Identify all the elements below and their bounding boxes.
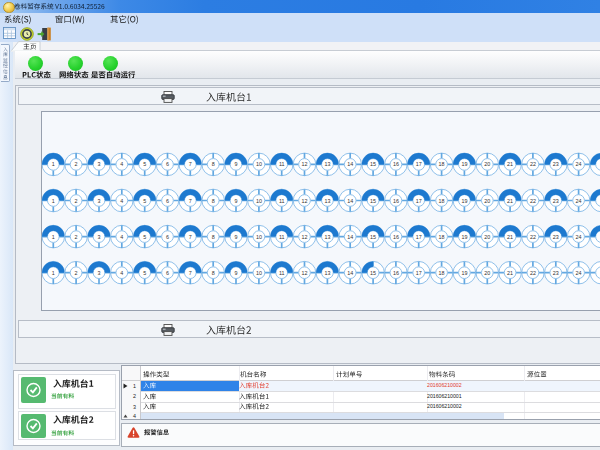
svg-text:15: 15	[370, 270, 376, 276]
svg-text:9: 9	[235, 270, 238, 276]
svg-text:23: 23	[553, 198, 559, 204]
svg-text:24: 24	[576, 198, 582, 204]
svg-text:3: 3	[98, 198, 101, 204]
svg-text:7: 7	[189, 198, 192, 204]
svg-text:18: 18	[439, 198, 445, 204]
svg-text:13: 13	[324, 161, 330, 167]
svg-text:22: 22	[530, 270, 536, 276]
svg-text:24: 24	[576, 234, 582, 240]
svg-text:17: 17	[416, 270, 422, 276]
svg-text:6: 6	[166, 198, 169, 204]
svg-text:22: 22	[530, 198, 536, 204]
svg-text:17: 17	[416, 234, 422, 240]
svg-text:1: 1	[52, 161, 55, 167]
svg-text:4: 4	[120, 161, 123, 167]
svg-text:21: 21	[507, 234, 513, 240]
svg-text:4: 4	[120, 270, 123, 276]
svg-text:12: 12	[302, 198, 308, 204]
svg-text:8: 8	[212, 198, 215, 204]
svg-text:24: 24	[576, 161, 582, 167]
svg-text:9: 9	[235, 198, 238, 204]
svg-text:13: 13	[324, 198, 330, 204]
svg-text:2: 2	[75, 198, 78, 204]
svg-text:5: 5	[143, 161, 146, 167]
svg-text:4: 4	[120, 234, 123, 240]
svg-text:1: 1	[52, 270, 55, 276]
svg-text:20: 20	[484, 234, 490, 240]
svg-text:2: 2	[75, 270, 78, 276]
svg-text:6: 6	[166, 270, 169, 276]
svg-text:16: 16	[393, 234, 399, 240]
svg-text:5: 5	[143, 270, 146, 276]
svg-text:8: 8	[212, 234, 215, 240]
svg-text:1: 1	[52, 234, 55, 240]
svg-text:11: 11	[279, 270, 285, 276]
svg-text:21: 21	[507, 198, 513, 204]
svg-text:11: 11	[279, 161, 285, 167]
svg-text:20: 20	[484, 270, 490, 276]
svg-text:10: 10	[256, 161, 262, 167]
svg-text:18: 18	[439, 161, 445, 167]
svg-text:14: 14	[347, 161, 353, 167]
svg-text:17: 17	[416, 198, 422, 204]
svg-text:23: 23	[553, 234, 559, 240]
svg-text:16: 16	[393, 161, 399, 167]
svg-text:21: 21	[507, 270, 513, 276]
svg-text:12: 12	[302, 270, 308, 276]
svg-text:4: 4	[120, 198, 123, 204]
svg-text:8: 8	[212, 161, 215, 167]
svg-text:11: 11	[279, 198, 285, 204]
svg-text:3: 3	[98, 161, 101, 167]
svg-text:10: 10	[256, 198, 262, 204]
svg-text:3: 3	[98, 234, 101, 240]
svg-text:8: 8	[212, 270, 215, 276]
svg-text:7: 7	[189, 234, 192, 240]
svg-text:17: 17	[416, 161, 422, 167]
svg-text:23: 23	[553, 270, 559, 276]
svg-text:20: 20	[484, 161, 490, 167]
svg-text:15: 15	[370, 161, 376, 167]
svg-text:10: 10	[256, 270, 262, 276]
svg-text:13: 13	[324, 270, 330, 276]
svg-text:5: 5	[143, 198, 146, 204]
svg-text:19: 19	[461, 161, 467, 167]
svg-text:15: 15	[370, 234, 376, 240]
svg-text:24: 24	[576, 270, 582, 276]
svg-text:22: 22	[530, 234, 536, 240]
svg-text:10: 10	[256, 234, 262, 240]
svg-text:7: 7	[189, 270, 192, 276]
svg-text:14: 14	[347, 270, 353, 276]
svg-text:23: 23	[553, 161, 559, 167]
svg-text:12: 12	[302, 234, 308, 240]
svg-text:5: 5	[143, 234, 146, 240]
svg-text:3: 3	[98, 270, 101, 276]
svg-text:16: 16	[393, 270, 399, 276]
svg-text:7: 7	[189, 161, 192, 167]
svg-text:6: 6	[166, 234, 169, 240]
svg-text:18: 18	[439, 234, 445, 240]
svg-text:14: 14	[347, 234, 353, 240]
svg-text:11: 11	[279, 234, 285, 240]
svg-text:19: 19	[461, 198, 467, 204]
svg-text:12: 12	[302, 161, 308, 167]
svg-text:22: 22	[530, 161, 536, 167]
svg-text:1: 1	[52, 198, 55, 204]
svg-text:20: 20	[484, 198, 490, 204]
svg-text:15: 15	[370, 198, 376, 204]
svg-text:6: 6	[166, 161, 169, 167]
svg-text:16: 16	[393, 198, 399, 204]
svg-text:14: 14	[347, 198, 353, 204]
svg-text:2: 2	[75, 161, 78, 167]
svg-text:19: 19	[461, 234, 467, 240]
svg-text:13: 13	[324, 234, 330, 240]
svg-text:18: 18	[439, 270, 445, 276]
svg-text:19: 19	[461, 270, 467, 276]
svg-text:21: 21	[507, 161, 513, 167]
svg-text:9: 9	[235, 234, 238, 240]
svg-text:9: 9	[235, 161, 238, 167]
svg-text:2: 2	[75, 234, 78, 240]
